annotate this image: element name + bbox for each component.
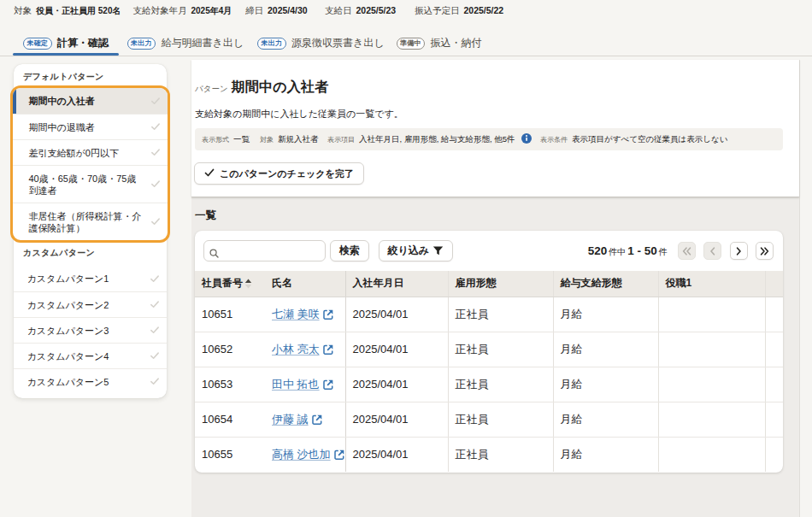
external-link-icon: [334, 449, 344, 460]
sidebar-item-new-hires[interactable]: 期間中の入社者: [13, 88, 168, 114]
sidebar-item-custom-1[interactable]: カスタムパターン1: [14, 266, 167, 291]
info-value: 一覧: [233, 134, 250, 145]
sort-icon: [244, 279, 252, 289]
cell-overflow: [765, 437, 783, 472]
pagination-next-button[interactable]: [730, 242, 748, 260]
meta-value: 役員・正社員用 520名: [36, 5, 121, 17]
cell-employment-type: 正社員: [448, 367, 553, 402]
external-link-icon: [323, 344, 333, 355]
column-header-hire-date[interactable]: 入社年月日: [345, 271, 448, 297]
meta-label: 振込予定日: [415, 5, 460, 17]
external-link-icon: [323, 309, 333, 320]
pagination-prev-button[interactable]: [703, 242, 721, 260]
cell-employee-id: 10651: [195, 297, 265, 332]
meta-label: 締日: [245, 5, 263, 17]
tab-withholding-export[interactable]: 未出力 源泉徴収票書き出し: [247, 31, 395, 56]
employee-list-card: 検索 絞り込み 520件中1 - 50件: [195, 231, 783, 473]
sidebar-item-non-residents[interactable]: 非居住者（所得税計算・介護保険計算）: [13, 203, 168, 240]
employee-link[interactable]: 高橋 沙也加: [272, 447, 344, 462]
employee-table: 社員番号 氏名 入社年月日 雇用形態 給与支給形態 役職1: [195, 271, 783, 472]
search-input[interactable]: [225, 241, 325, 261]
column-header-employment-type[interactable]: 雇用形態: [448, 271, 553, 297]
sidebar-item-custom-3[interactable]: カスタムパターン3: [14, 317, 167, 343]
info-icon[interactable]: [521, 132, 532, 147]
column-header-employee-id[interactable]: 社員番号: [195, 271, 265, 297]
sidebar-item-label: 期間中の退職者: [29, 121, 144, 133]
meta-value: 2025/5/23: [356, 5, 397, 15]
check-icon: [150, 96, 161, 107]
search-icon: [209, 246, 219, 261]
payroll-meta-bar: 対象 役員・正社員用 520名 支給対象年月 2025年4月 締日 2025/4…: [0, 5, 812, 19]
tab-calculation[interactable]: 未確定 計算・確認: [13, 31, 120, 56]
table-row: 10655 高橋 沙也加 2025/04/01 正社員 月給: [195, 437, 783, 472]
column-header-pay-type[interactable]: 給与支給形態: [553, 271, 658, 297]
check-icon: [150, 216, 161, 227]
pagination-area: 520件中1 - 50件: [586, 242, 774, 260]
sidebar-item-label: カスタムパターン1: [27, 273, 142, 285]
sidebar-item-age-milestones[interactable]: 40歳・65歳・70歳・75歳到達者: [13, 165, 168, 203]
table-header-row: 社員番号 氏名 入社年月日 雇用形態 給与支給形態 役職1: [195, 271, 783, 297]
cell-pay-type: 月給: [553, 297, 658, 332]
cell-hire-date: 2025/04/01: [345, 402, 448, 437]
pagination-first-button[interactable]: [678, 242, 696, 260]
check-icon: [150, 179, 161, 190]
tab-payslip-export[interactable]: 未出力 給与明細書き出し: [116, 31, 254, 56]
column-header-name[interactable]: 氏名: [265, 271, 345, 297]
sidebar-item-leavers[interactable]: 期間中の退職者: [13, 114, 168, 139]
cell-hire-date: 2025/04/01: [345, 332, 448, 367]
employee-link[interactable]: 七瀬 美咲: [272, 307, 333, 322]
double-chevron-right-icon: [760, 247, 769, 256]
pattern-title-row: パターン 期間中の入社者: [195, 60, 782, 98]
sidebar-heading-default: デフォルトパターン: [14, 64, 167, 85]
meta-label: 支給日: [325, 5, 352, 17]
info-label: 表示項目: [327, 135, 355, 144]
sidebar-item-label: カスタムパターン2: [27, 299, 142, 311]
cell-name: 七瀬 美咲: [265, 297, 345, 332]
complete-pattern-check-button[interactable]: このパターンのチェックを完了: [194, 162, 364, 185]
info-display-format: 表示形式 一覧: [202, 128, 250, 150]
check-icon: [204, 167, 215, 179]
info-display-condition: 表示条件 表示項目がすべて空の従業員は表示しない: [540, 128, 728, 150]
sidebar-heading-custom: カスタムパターン: [14, 243, 167, 266]
search-button[interactable]: 検索: [330, 240, 369, 261]
tabs-divider: [0, 56, 812, 56]
result-count: 520件中1 - 50件: [586, 244, 668, 258]
sidebar-item-custom-5[interactable]: カスタムパターン5: [14, 368, 167, 394]
meta-value: 2025/5/22: [464, 5, 504, 15]
tab-transfer-payment[interactable]: 準備中 振込・納付: [385, 31, 492, 56]
employee-link[interactable]: 伊藤 誠: [272, 412, 322, 427]
meta-closing-date: 締日 2025/4/30: [245, 5, 308, 17]
cell-employment-type: 正社員: [448, 402, 553, 437]
tab-label: 源泉徴収票書き出し: [291, 36, 385, 50]
check-icon: [150, 350, 160, 361]
filter-button[interactable]: 絞り込み: [379, 240, 454, 261]
sidebar-item-custom-4[interactable]: カスタムパターン4: [14, 343, 167, 368]
employee-link[interactable]: 小林 亮太: [272, 342, 333, 357]
filter-funnel-icon: [432, 246, 444, 256]
sidebar-item-label: カスタムパターン3: [27, 325, 142, 337]
pagination-last-button[interactable]: [756, 242, 774, 260]
cell-overflow: [765, 332, 783, 367]
pattern-detail-section: パターン 期間中の入社者 支給対象の期間中に入社した従業員の一覧です。 表示形式…: [191, 60, 799, 197]
employee-link[interactable]: 田中 拓也: [272, 377, 333, 392]
info-value: 入社年月日, 雇用形態, 給与支給形態, 他5件: [359, 134, 515, 145]
sidebar-item-label: カスタムパターン4: [27, 350, 142, 362]
table-row: 10654 伊藤 誠 2025/04/01 正社員 月給: [195, 402, 783, 437]
sidebar-item-label: 差引支給額が0円以下: [29, 147, 144, 159]
column-header-role1[interactable]: 役職1: [658, 271, 765, 297]
cell-role1: [658, 297, 765, 332]
tab-label: 計算・確認: [57, 36, 109, 50]
check-icon: [150, 299, 160, 310]
cell-role1: [658, 437, 765, 472]
cell-pay-type: 月給: [553, 367, 658, 402]
info-value: 新規入社者: [278, 134, 319, 145]
cell-employee-id: 10655: [195, 437, 265, 472]
status-badge-unexported: 未出力: [127, 38, 156, 50]
sidebar-item-zero-pay[interactable]: 差引支給額が0円以下: [13, 139, 168, 165]
column-header-overflow: [765, 271, 783, 297]
list-section-title: 一覧: [195, 209, 216, 223]
cell-overflow: [765, 297, 783, 332]
sidebar-item-custom-2[interactable]: カスタムパターン2: [14, 291, 167, 317]
meta-label: 対象: [14, 5, 32, 17]
external-link-icon: [323, 379, 333, 390]
